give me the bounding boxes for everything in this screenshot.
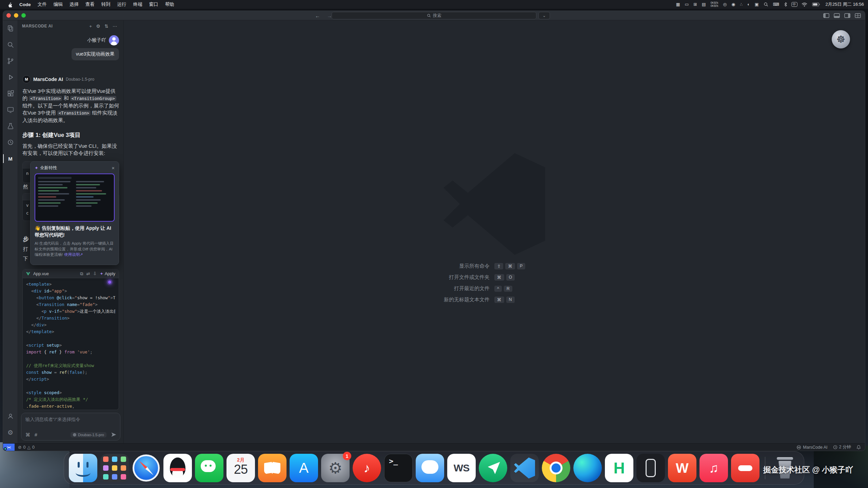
- dock-icon-terminal[interactable]: >_: [384, 454, 413, 482]
- stage-manager-icon[interactable]: ⊞: [691, 2, 699, 7]
- timeline-icon[interactable]: [3, 135, 18, 150]
- menubar-menu-文件[interactable]: 文件: [34, 1, 50, 7]
- hash-context-icon[interactable]: #: [35, 432, 37, 438]
- fan-icon[interactable]: ◎: [721, 2, 729, 7]
- dock-icon-apple-music[interactable]: ♫: [699, 454, 728, 482]
- dock-icon-ws-docs[interactable]: WS: [447, 454, 476, 482]
- settings-gear-icon[interactable]: ⚙: [3, 425, 18, 440]
- net-speed-indicator[interactable]: 0KB/s0KB/s: [708, 1, 721, 7]
- chat-scroll-area[interactable]: 小猴子吖 vue3实现动画效果 M MarsCode AI Doubao-1.5…: [18, 32, 123, 411]
- toggle-panel-icon[interactable]: [834, 13, 840, 18]
- dock-icon-red-note-app[interactable]: [731, 454, 760, 482]
- bluetooth-icon[interactable]: [782, 2, 790, 7]
- zoom-window-button[interactable]: [21, 13, 26, 18]
- close-window-button[interactable]: [6, 13, 11, 18]
- notifications-bell-icon[interactable]: [856, 445, 861, 450]
- dock-icon-edge[interactable]: [573, 454, 602, 482]
- dock-icon-settings[interactable]: ⚙1: [321, 454, 350, 482]
- menubar-menu-帮助[interactable]: 帮助: [162, 1, 178, 7]
- dock-icon-hbuilderx[interactable]: H: [605, 454, 633, 482]
- menubar-datetime[interactable]: 2月25日 周二 16:56: [823, 1, 864, 7]
- dock-icon-netease-music[interactable]: ♪: [353, 454, 381, 482]
- menubar-menu-编辑[interactable]: 编辑: [50, 1, 66, 7]
- toggle-secondary-sidebar-icon[interactable]: [844, 13, 850, 18]
- remote-indicator[interactable]: ><: [3, 444, 15, 451]
- occluded-content-region: n 然 v c 步 打 下 ✦ 全新特性: [22, 161, 119, 267]
- insert-code-icon[interactable]: ⇩: [93, 271, 97, 276]
- more-icon[interactable]: ⋯: [111, 23, 119, 29]
- toggle-sidebar-icon[interactable]: [823, 13, 829, 18]
- spotlight-icon[interactable]: [761, 2, 771, 7]
- problems-indicator[interactable]: ⊘ 0 △ 0: [15, 445, 35, 450]
- explorer-icon[interactable]: [3, 21, 18, 36]
- keyboard-icon[interactable]: ⌨: [771, 2, 782, 7]
- menubar-menu-运行[interactable]: 运行: [114, 1, 130, 7]
- dock-icon-calendar[interactable]: 2月25: [226, 454, 255, 482]
- battery-icon[interactable]: [810, 2, 823, 6]
- chat-input-box[interactable]: 输入消息或者"/"来选择指令 ⌘ # Doubao-1.5-pro: [21, 413, 120, 441]
- user-status-icon[interactable]: ◉: [729, 2, 737, 7]
- floating-widget-button[interactable]: ☸: [832, 30, 850, 48]
- paw-icon[interactable]: ∴: [737, 2, 745, 7]
- dock-icon-books[interactable]: [258, 454, 287, 482]
- menubar-app-name[interactable]: Code: [16, 2, 34, 7]
- dock-icon-chat-app[interactable]: [416, 454, 444, 482]
- clock-icon: [833, 445, 837, 449]
- grid-icon[interactable]: ▦: [674, 2, 683, 7]
- menubar-menu-转到[interactable]: 转到: [98, 1, 114, 7]
- feature-preview-thumbnail[interactable]: [35, 174, 115, 222]
- apple-menu-icon[interactable]: [4, 2, 16, 7]
- dock-icon-chrome[interactable]: [542, 454, 570, 482]
- dock-icon-appstore[interactable]: A: [290, 454, 318, 482]
- command-center-search[interactable]: 搜索: [332, 12, 536, 19]
- dock-icon-launchpad[interactable]: [100, 454, 129, 482]
- apply-button[interactable]: ✦Apply: [100, 271, 115, 276]
- customize-layout-icon[interactable]: [855, 13, 861, 18]
- shortcut-row: 打开最近的文件^R: [124, 285, 865, 292]
- close-icon[interactable]: ×: [112, 165, 115, 170]
- external-display-icon[interactable]: ▣: [752, 2, 761, 7]
- search-options-button[interactable]: ⌄: [538, 12, 550, 19]
- remote-explorer-icon[interactable]: [3, 102, 18, 117]
- dock-icon-safari[interactable]: [132, 454, 160, 482]
- new-chat-icon[interactable]: +: [87, 24, 94, 29]
- search-icon[interactable]: [3, 37, 18, 52]
- onboarding-beacon[interactable]: [108, 281, 111, 284]
- command-icon[interactable]: ⌘: [25, 432, 30, 438]
- usage-guide-link[interactable]: 使用说明↗: [64, 252, 83, 257]
- dock-icon-finder[interactable]: [69, 454, 97, 482]
- dock-icon-qq[interactable]: [163, 454, 192, 482]
- account-icon[interactable]: [3, 409, 18, 424]
- night-shift-icon[interactable]: ◐: [745, 2, 752, 7]
- dock-icon-wechat[interactable]: [195, 454, 223, 482]
- marscode-icon[interactable]: M: [3, 151, 18, 166]
- panel-settings-icon[interactable]: ⚙: [94, 23, 103, 29]
- copy-code-icon[interactable]: ⧉: [80, 271, 83, 277]
- activity-bar: M ⚙: [3, 20, 18, 443]
- window-layout-icon[interactable]: ▤: [699, 2, 708, 7]
- statusbar-timer[interactable]: 2 分钟: [833, 444, 851, 450]
- dock-icon-vscode[interactable]: [510, 454, 539, 482]
- dock-icon-wps[interactable]: W: [668, 454, 696, 482]
- menubar-menu-选择[interactable]: 选择: [66, 1, 82, 7]
- forward-icon[interactable]: →: [327, 13, 332, 19]
- input-source-icon[interactable]: 中: [791, 2, 797, 7]
- menubar-menu-终端[interactable]: 终端: [130, 1, 146, 7]
- run-debug-icon[interactable]: [3, 70, 18, 85]
- diff-code-icon[interactable]: ⇄: [86, 271, 90, 276]
- menubar-menu-查看[interactable]: 查看: [82, 1, 98, 7]
- wifi-icon[interactable]: [799, 2, 810, 7]
- dock-icon-send-app[interactable]: [479, 454, 507, 482]
- menubar-menu-窗口[interactable]: 窗口: [146, 1, 162, 7]
- display-mirror-icon[interactable]: ▭: [683, 2, 691, 7]
- statusbar-marscode[interactable]: MarsCode AI: [796, 445, 827, 450]
- history-icon[interactable]: ⇅: [102, 23, 111, 29]
- source-control-icon[interactable]: [3, 54, 18, 68]
- minimize-window-button[interactable]: [14, 13, 18, 18]
- extensions-icon[interactable]: [3, 86, 18, 101]
- dock-icon-iphone-mirroring[interactable]: [636, 454, 665, 482]
- test-beaker-icon[interactable]: [3, 119, 18, 134]
- model-selector-badge[interactable]: Doubao-1.5-pro: [71, 432, 106, 438]
- back-icon[interactable]: ←: [315, 13, 320, 19]
- send-icon[interactable]: [111, 432, 117, 438]
